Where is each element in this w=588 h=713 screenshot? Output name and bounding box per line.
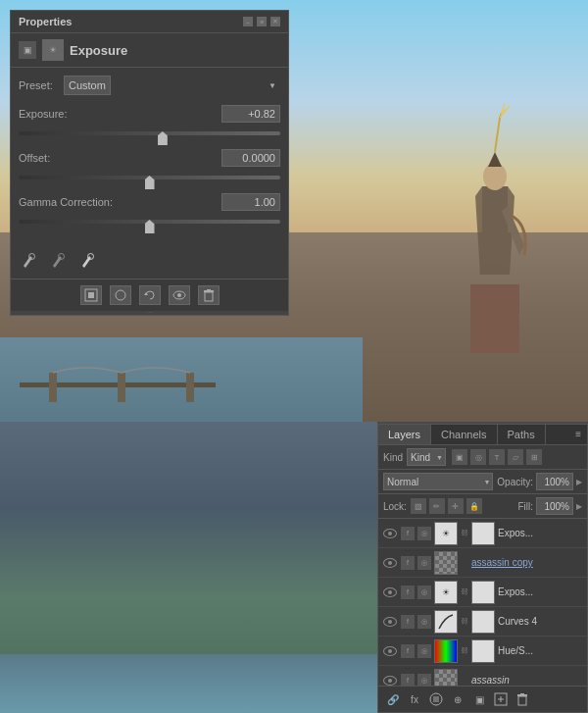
kind-label: Kind <box>383 452 403 463</box>
layer-row[interactable]: f ◎ ☀ ⛓ Expos... <box>378 578 587 607</box>
fill-input[interactable] <box>536 497 573 515</box>
filter-shape-icon[interactable]: ▱ <box>508 449 523 465</box>
chain-link-icon: ⛓ <box>461 527 468 540</box>
filter-pixel-icon[interactable]: ▣ <box>452 449 467 465</box>
bridge-svg <box>20 363 216 402</box>
eyedropper-black-tool[interactable] <box>19 249 40 271</box>
adjustment-fx-icon: f <box>401 527 415 540</box>
add-layer-button[interactable] <box>492 690 510 708</box>
eye-icon <box>383 646 397 656</box>
lock-position-icon[interactable]: ✛ <box>448 498 464 514</box>
adjustment-fx-icon: f <box>401 556 415 570</box>
collapse-button[interactable]: ≡ <box>257 17 267 26</box>
offset-input[interactable] <box>221 149 280 167</box>
gamma-thumb[interactable] <box>145 220 155 233</box>
layer-visibility-toggle[interactable] <box>382 643 398 659</box>
properties-panel: Properties – ≡ ✕ ▣ ☀ Exposure Preset: Cu… <box>10 10 289 316</box>
add-mask-button[interactable] <box>80 285 102 305</box>
svg-rect-1 <box>49 373 57 402</box>
undo-button[interactable] <box>139 285 161 305</box>
lock-all-icon[interactable]: 🔒 <box>466 498 482 514</box>
add-adjustment-button[interactable]: ⊕ <box>449 690 466 708</box>
tab-paths[interactable]: Paths <box>498 425 546 444</box>
panel-resize-bar[interactable]: ··· <box>11 311 288 315</box>
eyedropper-white-tool[interactable] <box>77 249 99 271</box>
filter-smart-icon[interactable]: ⊞ <box>526 449 542 465</box>
fill-section: Fill: ▶ <box>517 497 582 515</box>
offset-thumb[interactable] <box>145 176 155 189</box>
lock-transparent-icon[interactable]: ▨ <box>411 498 426 514</box>
kind-row: Kind Kind ▣ ◎ T ▱ ⊞ <box>378 445 587 470</box>
lock-pixels-icon[interactable]: ✏ <box>429 498 445 514</box>
svg-rect-4 <box>470 284 519 353</box>
layer-thumbnail: ☀ <box>434 522 458 545</box>
river <box>0 654 377 713</box>
exposure-row: Exposure: <box>19 105 280 123</box>
smart-filter-icon: ◎ <box>417 674 431 687</box>
tab-layers[interactable]: Layers <box>378 425 431 444</box>
layer-visibility-toggle[interactable] <box>382 673 398 687</box>
chain-link-icon <box>461 556 468 570</box>
gamma-slider-container <box>19 214 280 229</box>
chain-link-icon: ⛓ <box>461 644 468 658</box>
layer-visibility-toggle[interactable] <box>382 614 398 630</box>
preset-row: Preset: Custom <box>19 76 280 95</box>
adjustment-fx-icon: f <box>401 615 415 629</box>
minimize-button[interactable]: – <box>243 17 253 26</box>
eyedropper-gray-tool[interactable] <box>48 249 70 271</box>
exposure-slider-container <box>19 126 280 141</box>
panel-title: Properties <box>19 16 72 27</box>
filter-text-icon[interactable]: T <box>489 449 505 465</box>
svg-marker-13 <box>144 292 148 295</box>
layers-menu-button[interactable]: ≡ <box>569 425 587 444</box>
layers-bottom-toolbar: 🔗 fx ⊕ ▣ <box>378 686 587 712</box>
layer-row[interactable]: f ◎ ⛓ Curves 4 <box>378 607 587 637</box>
add-mask-layers-button[interactable] <box>427 690 445 708</box>
filter-adjustment-icon[interactable]: ◎ <box>470 449 486 465</box>
kind-select[interactable]: Kind <box>407 448 446 466</box>
link-layers-button[interactable]: 🔗 <box>384 690 402 708</box>
smart-filter-icon: ◎ <box>417 615 431 629</box>
svg-rect-26 <box>520 693 524 694</box>
layer-visibility-toggle[interactable] <box>382 526 398 541</box>
opacity-label: Opacity: <box>497 477 533 487</box>
visibility-toggle-button[interactable] <box>169 285 190 305</box>
layer-row[interactable]: f ◎ assassin copy <box>378 548 587 578</box>
layer-name: Curves 4 <box>498 616 583 627</box>
mask-circle-button[interactable] <box>110 285 131 305</box>
smart-filter-icon: ◎ <box>417 527 431 540</box>
add-style-button[interactable]: fx <box>406 690 423 708</box>
delete-layer-layers-button[interactable] <box>514 690 531 708</box>
layers-panel: Layers Channels Paths ≡ Kind Kind ▣ ◎ T … <box>377 424 588 713</box>
preset-select-wrapper: Custom <box>64 76 280 95</box>
exposure-thumb[interactable] <box>158 131 168 145</box>
gamma-row: Gamma Correction: <box>19 193 280 211</box>
opacity-arrow-icon: ▶ <box>576 478 582 486</box>
layer-thumbnail <box>434 639 458 663</box>
offset-track <box>19 176 280 179</box>
preset-select[interactable]: Custom <box>64 76 111 95</box>
assassin-figure <box>431 0 559 363</box>
gamma-input[interactable] <box>221 193 280 211</box>
tab-channels[interactable]: Channels <box>431 425 497 444</box>
opacity-input[interactable] <box>536 473 573 490</box>
layer-row[interactable]: f ◎ assassin <box>378 666 587 686</box>
blend-mode-select[interactable]: Normal <box>383 473 493 490</box>
layers-list: f ◎ ☀ ⛓ Expos... f ◎ assassin copy f ◎ ☀ <box>378 519 587 686</box>
kind-filter-icons: ▣ ◎ T ▱ ⊞ <box>452 449 542 465</box>
panel-titlebar: Properties – ≡ ✕ <box>11 11 288 33</box>
layer-visibility-toggle[interactable] <box>382 585 398 600</box>
offset-label: Offset: <box>19 152 50 164</box>
exposure-input[interactable] <box>221 105 280 123</box>
layer-row[interactable]: f ◎ ⛓ Hue/S... <box>378 637 587 666</box>
svg-rect-20 <box>433 696 439 702</box>
delete-layer-button[interactable] <box>198 285 220 305</box>
add-group-button[interactable]: ▣ <box>470 690 488 708</box>
gamma-track <box>19 220 280 224</box>
svg-rect-3 <box>186 373 194 402</box>
svg-point-6 <box>483 163 507 190</box>
close-button[interactable]: ✕ <box>270 17 280 26</box>
layer-row[interactable]: f ◎ ☀ ⛓ Expos... <box>378 519 587 548</box>
layer-visibility-toggle[interactable] <box>382 555 398 571</box>
layer-thumbnail: ☀ <box>434 581 458 604</box>
